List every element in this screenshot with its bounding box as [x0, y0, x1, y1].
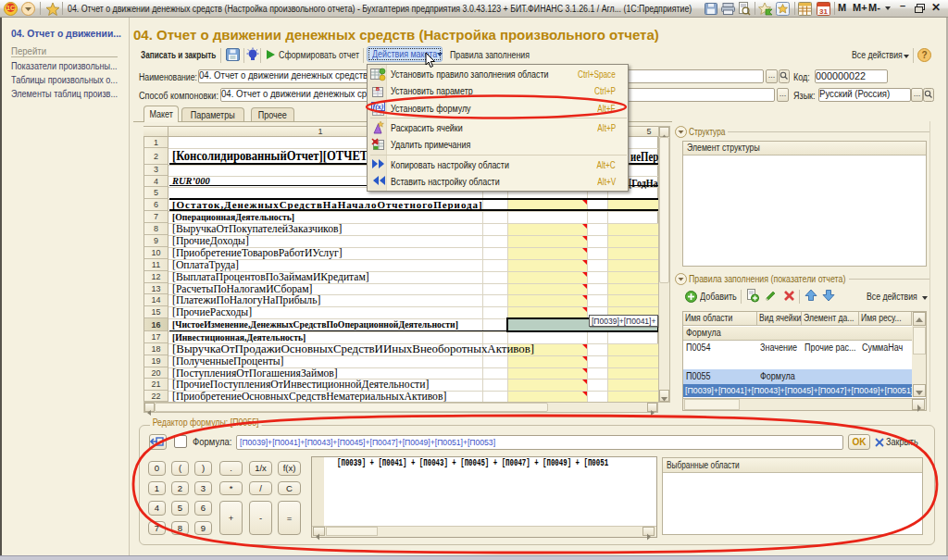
svg-text:в: в	[376, 84, 380, 93]
svg-text:1C: 1C	[6, 5, 15, 11]
svg-text:31: 31	[819, 7, 828, 16]
svg-text:f(x): f(x)	[373, 103, 384, 111]
svg-text:?: ?	[921, 50, 927, 60]
